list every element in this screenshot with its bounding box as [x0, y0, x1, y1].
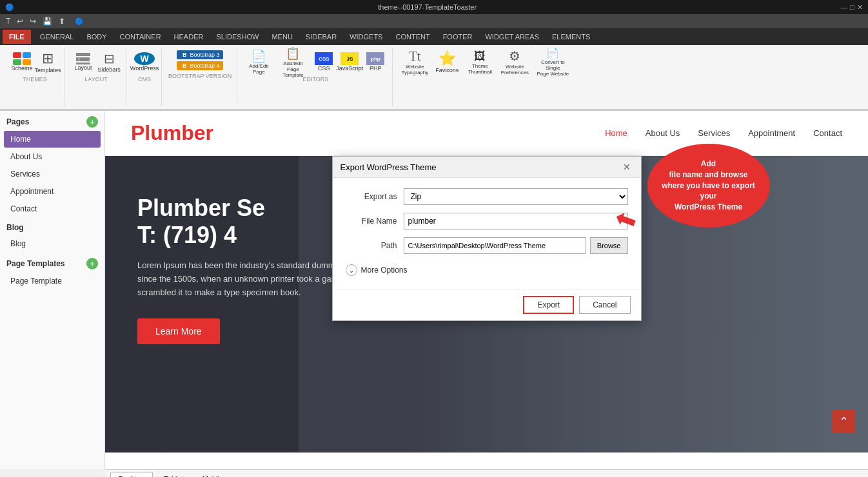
menu-general[interactable]: GENERAL: [34, 30, 81, 44]
layout-btn[interactable]: Layout: [72, 50, 95, 73]
browse-btn[interactable]: Browse: [590, 237, 628, 254]
bootstrap-b-icon: B: [181, 52, 189, 58]
wordpress-icon: W: [134, 52, 155, 65]
sidebar-item-aboutus[interactable]: About Us: [4, 148, 101, 165]
blog-section-header: Blog: [0, 218, 104, 235]
themes-icons: Scheme ⊞ Templates: [10, 50, 59, 73]
modal-title-bar: Export WordPress Theme ✕: [333, 157, 641, 178]
layout-group-label: Layout: [84, 76, 107, 83]
websitepreferences-btn[interactable]: ⚙ WebsitePreferences: [498, 50, 531, 73]
sidebar-item-home[interactable]: Home: [4, 131, 101, 148]
menu-slideshow[interactable]: SLIDESHOW: [210, 30, 265, 44]
minimize-btn[interactable]: —: [840, 3, 847, 12]
wp-logo-small: 🔵: [75, 17, 84, 26]
php-btn[interactable]: php PHP: [364, 50, 387, 73]
templates-btn[interactable]: ⊞ Templates: [36, 50, 59, 73]
layout-label: Layout: [74, 64, 92, 71]
export-btn[interactable]: Export: [523, 296, 574, 314]
themethumbnail-btn[interactable]: 🖼 ThemeThumbnail: [464, 50, 496, 73]
title-bar-left: 🔵: [5, 3, 14, 12]
menu-widget-areas[interactable]: WIDGET AREAS: [478, 30, 546, 44]
tab-tablet[interactable]: Tablet: [155, 472, 191, 478]
close-btn[interactable]: ✕: [857, 3, 863, 12]
cms-group-label: CMS: [138, 76, 151, 83]
modal-footer: Export Cancel: [333, 289, 641, 320]
tab-mobile[interactable]: Mobile: [194, 472, 232, 478]
more-options-row[interactable]: ⌄ More Options: [346, 262, 628, 278]
preferences-icon: ⚙: [509, 48, 520, 64]
layout-icons: Layout ⊟ Sidebars: [72, 50, 121, 73]
favicons-btn[interactable]: ⭐ Favicons: [433, 50, 461, 73]
layout-icon: [76, 53, 90, 64]
favicons-label: Favicons: [435, 67, 459, 73]
wordpress-label: WordPress: [130, 65, 159, 72]
js-icon: JS: [340, 52, 359, 65]
save-btn[interactable]: 💾: [41, 17, 54, 26]
quick-access-toolbar: T ↩ ↪ 💾 ⬆ 🔵: [0, 14, 868, 28]
bootstrap4-b-icon: B: [181, 63, 189, 69]
sidebar-item-appointment[interactable]: Appointment: [4, 183, 101, 200]
window-title: theme--00197-TemplateToaster: [378, 3, 477, 11]
sidebars-label: Sidebars: [97, 66, 121, 73]
modal-close-btn[interactable]: ✕: [620, 162, 633, 172]
addeditpagetemplate-btn[interactable]: 📋 Add/Edit PageTemplate: [276, 50, 310, 73]
converttosingle-btn[interactable]: 📄 Convert to SinglePage Website: [533, 50, 572, 73]
menu-widgets[interactable]: WIDGETS: [343, 30, 389, 44]
redo-btn[interactable]: ↪: [28, 17, 38, 26]
menu-content[interactable]: CONTENT: [389, 30, 436, 44]
sidebar-item-services[interactable]: Services: [4, 166, 101, 182]
bootstrap3-btn[interactable]: B Bootstrap 3: [177, 50, 224, 59]
cancel-btn[interactable]: Cancel: [579, 296, 630, 314]
menu-container[interactable]: CONTAINER: [113, 30, 168, 44]
scheme-btn[interactable]: Scheme: [10, 50, 34, 73]
window-controls[interactable]: — □ ✕: [840, 3, 863, 12]
app-logo-btn[interactable]: T: [4, 17, 12, 26]
pages-section-header: Pages +: [0, 111, 104, 130]
sidebar-item-blog[interactable]: Blog: [4, 235, 101, 252]
css-btn[interactable]: CSS CSS: [312, 50, 335, 73]
menu-sidebar[interactable]: SIDEBAR: [299, 30, 343, 44]
undo-btn[interactable]: ↩: [15, 17, 25, 26]
misc-icons: Tt WebsiteTypography ⭐ Favicons 🖼 ThemeT…: [399, 50, 572, 73]
wordpress-btn[interactable]: W WordPress: [133, 50, 156, 73]
upload-btn[interactable]: ⬆: [57, 17, 67, 26]
javascript-btn[interactable]: JS JavaScript: [338, 50, 361, 73]
convert-icon: 📄: [546, 47, 559, 59]
menu-body[interactable]: BODY: [80, 30, 113, 44]
menu-header[interactable]: HEADER: [168, 30, 210, 44]
export-as-row: Export as Zip: [346, 188, 628, 205]
toolbar-group-misc: Tt WebsiteTypography ⭐ Favicons 🖼 ThemeT…: [394, 48, 577, 106]
addeditpage-label: Add/EditPage: [249, 63, 268, 75]
path-row: Path Browse: [346, 237, 628, 254]
more-options-label: More Options: [361, 266, 408, 275]
sidebars-btn[interactable]: ⊟ Sidebars: [97, 50, 121, 73]
export-as-label: Export as: [346, 192, 397, 201]
file-menu-btn[interactable]: FILE: [3, 30, 31, 44]
add-page-btn[interactable]: +: [86, 116, 98, 128]
page-templates-section-header: Page Templates +: [0, 253, 104, 272]
websitetypography-btn[interactable]: Tt WebsiteTypography: [399, 50, 430, 73]
file-name-input[interactable]: [404, 213, 628, 229]
modal-body: Export as Zip File Name Path: [333, 178, 641, 289]
menu-menu[interactable]: MENU: [265, 30, 299, 44]
toolbar-group-bootstrap: B Bootstrap 3 B Bootstrap 4 Bootstrap Ve…: [163, 48, 237, 106]
bootstrap-options: B Bootstrap 3 B Bootstrap 4: [177, 50, 224, 70]
php-icon: php: [366, 52, 384, 65]
tab-desktop[interactable]: Desktop: [110, 472, 153, 478]
menu-elements[interactable]: ELEMENTS: [546, 30, 597, 44]
add-page-template-btn[interactable]: +: [86, 258, 98, 269]
addeditpage-btn[interactable]: 📄 Add/EditPage: [244, 50, 273, 73]
path-input[interactable]: [404, 237, 586, 254]
modal-overlay: Addfile name and browsewhere you have to…: [105, 111, 868, 469]
export-as-select[interactable]: Zip: [404, 188, 628, 205]
websitepreferences-label: WebsitePreferences: [501, 64, 529, 75]
file-name-label: File Name: [346, 217, 397, 226]
sidebar-item-page-template[interactable]: Page Template: [4, 273, 101, 289]
bootstrap4-btn[interactable]: B Bootstrap 4: [177, 61, 224, 70]
annotation-text: Addfile name and browsewhere you have to…: [658, 159, 760, 213]
toolbar: Scheme ⊞ Templates Themes: [0, 45, 868, 111]
themes-group-label: Themes: [23, 76, 47, 83]
maximize-btn[interactable]: □: [850, 3, 854, 12]
menu-footer[interactable]: FOOTER: [437, 30, 479, 44]
sidebar-item-contact[interactable]: Contact: [4, 200, 101, 217]
